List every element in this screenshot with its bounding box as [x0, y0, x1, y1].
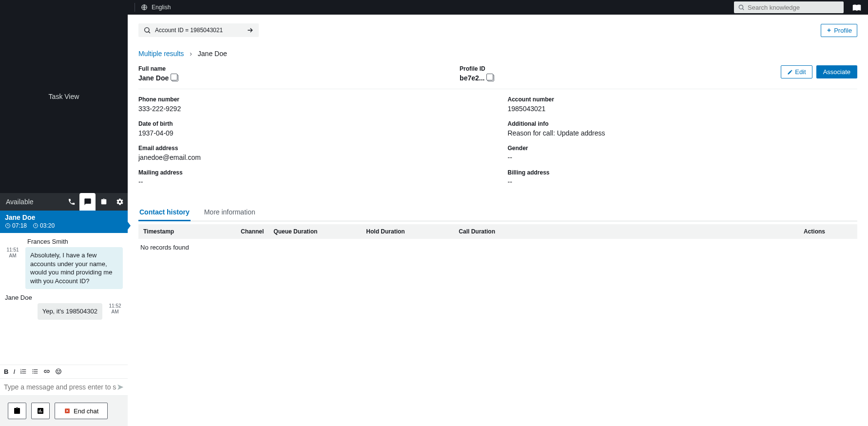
arrow-right-icon[interactable]	[246, 26, 254, 34]
end-chat-button[interactable]: End chat	[55, 403, 108, 419]
breadcrumb: Multiple results › Jane Doe	[138, 50, 857, 58]
profile-id-value: be7e2...	[460, 74, 484, 82]
email-value: janedoe@email.com	[138, 154, 488, 161]
italic-icon[interactable]: I	[13, 368, 15, 375]
info-value: Reason for call: Update address	[508, 129, 858, 137]
customer-message: Yep, it's 198504302	[38, 303, 102, 320]
task-view-title: Task View	[0, 0, 128, 193]
link-icon[interactable]	[43, 368, 50, 375]
language-label[interactable]: English	[152, 4, 171, 11]
transfer-button[interactable]	[31, 403, 50, 419]
billing-value: --	[508, 178, 858, 186]
ordered-list-icon[interactable]	[20, 368, 27, 375]
contact-name: Jane Doe	[5, 213, 123, 221]
svg-point-4	[59, 370, 59, 371]
col-actions: Actions	[799, 224, 857, 239]
billing-label: Billing address	[508, 169, 858, 176]
associate-button[interactable]: Associate	[816, 65, 857, 78]
active-contact-card[interactable]: Jane Doe 07:18 03:20	[0, 211, 128, 233]
mailing-label: Mailing address	[138, 169, 488, 176]
mailing-value: --	[138, 178, 488, 186]
col-queue-duration: Queue Duration	[269, 224, 361, 239]
bullet-list-icon[interactable]	[32, 368, 39, 375]
info-label: Additional info	[508, 120, 858, 127]
chat-icon[interactable]	[79, 193, 96, 211]
search-pill[interactable]: Account ID = 1985043021	[138, 23, 259, 37]
svg-point-3	[58, 370, 58, 371]
gender-label: Gender	[508, 145, 858, 152]
col-timestamp: Timestamp	[138, 224, 236, 239]
search-pill-text: Account ID = 1985043021	[155, 27, 223, 34]
compose-toolbar: B I	[0, 365, 128, 379]
gear-icon[interactable]	[112, 193, 128, 211]
col-hold-duration: Hold Duration	[361, 224, 454, 239]
search-knowledge[interactable]	[734, 1, 844, 13]
search-knowledge-input[interactable]	[748, 4, 840, 11]
customer-sender-label: Jane Doe	[3, 293, 125, 303]
search-icon	[738, 4, 745, 11]
book-icon[interactable]	[852, 3, 861, 12]
account-value: 1985043021	[508, 105, 858, 113]
pencil-icon	[787, 69, 793, 75]
dob-value: 1937-04-09	[138, 129, 488, 137]
emoji-icon[interactable]	[55, 368, 62, 375]
phone-label: Phone number	[138, 96, 488, 103]
profile-id-label: Profile ID	[460, 65, 781, 72]
svg-point-8	[145, 28, 149, 32]
email-label: Email address	[138, 145, 488, 152]
account-label: Account number	[508, 96, 858, 103]
agent-status[interactable]: Available	[0, 198, 63, 206]
phone-value: 333-222-9292	[138, 105, 488, 113]
svg-point-7	[739, 5, 743, 9]
gender-value: --	[508, 154, 858, 161]
globe-icon[interactable]	[141, 4, 148, 11]
chevron-right-icon: ›	[190, 50, 192, 58]
full-name-value: Jane Doe	[138, 74, 169, 82]
svg-point-2	[56, 369, 61, 374]
agent-status-bar: Available	[0, 193, 128, 211]
topbar: English	[128, 0, 868, 15]
col-call-duration: Call Duration	[454, 224, 799, 239]
copy-icon[interactable]	[172, 75, 178, 81]
send-icon[interactable]: ➤	[116, 382, 124, 392]
plus-icon	[826, 27, 832, 33]
bold-icon[interactable]: B	[4, 368, 8, 375]
tab-more-information[interactable]: More information	[203, 204, 256, 221]
search-icon	[143, 26, 151, 34]
contact-timer-1: 07:18	[5, 222, 27, 229]
agent-message: Absolutely, I have a few accounts under …	[25, 247, 123, 289]
full-name-label: Full name	[138, 65, 460, 72]
cust-msg-time: 11:52 AM	[105, 303, 125, 315]
edit-button[interactable]: Edit	[781, 65, 812, 78]
task-icon[interactable]	[96, 193, 112, 211]
breadcrumb-leaf: Jane Doe	[198, 50, 227, 58]
dob-label: Date of birth	[138, 120, 488, 127]
clipboard-button[interactable]	[8, 403, 26, 419]
contact-timer-2: 03:20	[33, 222, 55, 229]
compose-input[interactable]	[4, 383, 116, 391]
agent-msg-time: 11:51 AM	[3, 247, 22, 259]
phone-icon[interactable]	[63, 193, 79, 211]
copy-icon[interactable]	[487, 75, 494, 81]
tab-contact-history[interactable]: Contact history	[138, 204, 191, 221]
add-profile-button[interactable]: Profile	[821, 24, 857, 37]
agent-sender-label: Frances Smith	[3, 237, 125, 247]
col-channel: Channel	[236, 224, 269, 239]
table-empty: No records found	[138, 239, 857, 256]
table-header: Timestamp Channel Queue Duration Hold Du…	[138, 224, 857, 239]
breadcrumb-root[interactable]: Multiple results	[138, 50, 184, 58]
